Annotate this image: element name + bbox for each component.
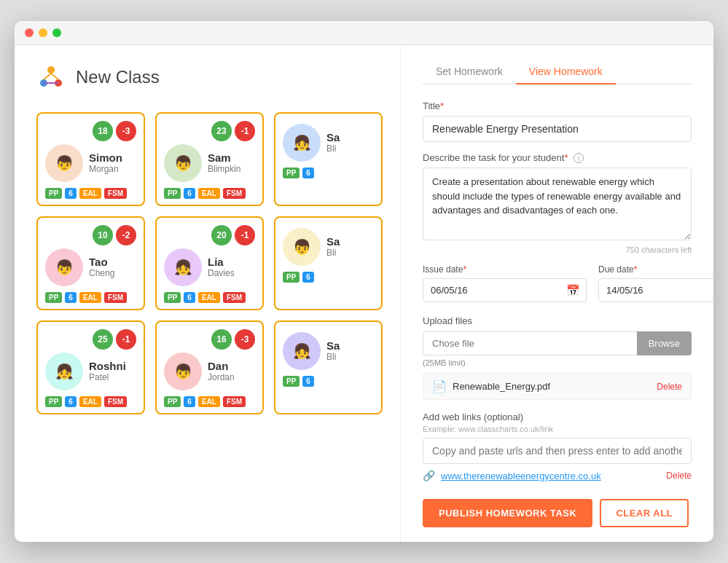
student-tag: EAL — [198, 188, 220, 199]
file-name: Renewable_Energy.pdf — [453, 381, 651, 392]
student-photo: 👧 — [45, 353, 83, 390]
student-tag: PP — [164, 188, 181, 199]
student-tag: 6 — [302, 272, 314, 283]
issue-date-calendar-icon[interactable]: 📅 — [560, 280, 586, 302]
tab-view-homework[interactable]: View Homework — [516, 60, 616, 84]
student-card: 10 -2 👦 Tao Cheng PP6EALFSM — [36, 216, 145, 310]
score-badge: 10 — [93, 225, 113, 245]
issue-date-input[interactable] — [423, 279, 560, 302]
app-window: New Class 18 -3 👦 Simon Morgan — [15, 21, 713, 543]
student-tag: EAL — [198, 396, 220, 407]
score-badge: 20 — [211, 225, 232, 245]
student-firstname: Sa — [326, 131, 340, 143]
student-avatar: 👦 — [164, 353, 202, 390]
student-card: 20 -1 👧 Lia Davies PP6EALFSM — [155, 216, 264, 310]
title-required: * — [440, 101, 444, 111]
students-grid: 18 -3 👦 Simon Morgan PP6EALFSM 23 -1 — [36, 112, 383, 414]
desc-textarea[interactable]: Create a presentation about renewable en… — [423, 168, 692, 240]
maximize-dot[interactable] — [52, 28, 61, 37]
student-tag: PP — [45, 188, 62, 199]
tab-set-homework[interactable]: Set Homework — [423, 60, 516, 84]
student-lastname: Cheng — [89, 268, 114, 278]
score-badge: 23 — [211, 121, 232, 141]
file-input[interactable] — [423, 331, 637, 355]
student-lastname: Davies — [208, 268, 235, 278]
student-card: 25 -1 👧 Roshni Patel PP6EALFSM — [36, 320, 145, 414]
student-info: 👦 Sam Blimpkin — [164, 144, 255, 182]
title-input[interactable] — [423, 116, 692, 142]
score-badge: 16 — [211, 329, 232, 350]
student-card: 23 -1 👦 Sam Blimpkin PP6EALFSM — [155, 112, 264, 206]
student-lastname: Bli — [326, 248, 340, 258]
student-photo: 👦 — [164, 144, 202, 182]
student-firstname: Sa — [326, 235, 340, 248]
student-name-block: Sa Bli — [326, 131, 340, 154]
homework-form: Title* Describe the task for your studen… — [423, 101, 692, 528]
delete-file-link[interactable]: Delete — [657, 382, 682, 392]
titlebar — [15, 21, 713, 45]
student-lastname: Blimpkin — [208, 164, 240, 174]
student-card: 18 -3 👦 Simon Morgan PP6EALFSM — [36, 112, 145, 206]
card-tags: PP6 — [283, 376, 374, 387]
close-dot[interactable] — [25, 28, 34, 37]
upload-limit: (25MB limit) — [423, 358, 692, 367]
student-firstname: Lia — [208, 256, 235, 268]
student-firstname: Tao — [89, 256, 114, 268]
student-avatar: 👦 — [283, 228, 321, 266]
score-badge: 25 — [93, 329, 113, 350]
student-info: 👦 Simon Morgan — [45, 144, 136, 182]
student-photo: 👧 — [283, 124, 321, 162]
student-name-block: Sam Blimpkin — [208, 151, 240, 174]
student-lastname: Patel — [89, 372, 126, 382]
student-name-block: Simon Morgan — [89, 151, 122, 174]
student-tag: PP — [283, 168, 300, 178]
clear-button[interactable]: CLEAR ALL — [600, 499, 689, 527]
student-tag: 6 — [184, 188, 195, 199]
student-name-block: Roshni Patel — [89, 360, 126, 382]
student-avatar: 👧 — [283, 332, 321, 370]
publish-button[interactable]: PUBLISH HOMEWORK TASK — [423, 499, 592, 527]
student-avatar: 👧 — [45, 353, 83, 390]
web-links-input[interactable] — [423, 438, 692, 464]
student-avatar: 👦 — [45, 144, 83, 182]
card-tags: PP6EALFSM — [164, 396, 255, 407]
student-tag: PP — [164, 292, 181, 303]
student-tag: EAL — [79, 188, 101, 199]
delete-link-link[interactable]: Delete — [666, 471, 692, 481]
student-tag: 6 — [302, 168, 314, 178]
student-info: 👧 Sa Bli — [283, 124, 374, 162]
delta-badge: -1 — [235, 225, 255, 245]
student-photo: 👦 — [283, 228, 321, 266]
due-date-input-wrap: 📅 — [598, 278, 713, 302]
main-content: New Class 18 -3 👦 Simon Morgan — [15, 45, 713, 543]
student-tag: FSM — [104, 396, 127, 407]
student-tag: EAL — [79, 396, 101, 407]
card-tags: PP6EALFSM — [164, 188, 255, 199]
due-date-input[interactable] — [599, 279, 713, 302]
minimize-dot[interactable] — [39, 28, 47, 37]
app-logo-icon — [36, 63, 66, 92]
action-buttons: PUBLISH HOMEWORK TASK CLEAR ALL — [423, 499, 692, 527]
delta-badge: -3 — [235, 329, 255, 350]
student-photo: 👦 — [45, 248, 83, 286]
file-row: 📄 Renewable_Energy.pdf Delete — [423, 373, 692, 400]
file-pdf-icon: 📄 — [432, 379, 447, 393]
link-row: 🔗 www.therenewableenergycentre.co.uk Del… — [423, 470, 692, 481]
card-top: 25 -1 — [45, 329, 136, 350]
web-link-url[interactable]: www.therenewableenergycentre.co.uk — [441, 471, 660, 481]
student-tag: 6 — [184, 396, 195, 407]
app-title: New Class — [76, 67, 160, 87]
card-top: 16 -3 — [164, 329, 255, 350]
card-top: 10 -2 — [45, 225, 136, 245]
student-firstname: Roshni — [89, 360, 126, 372]
browse-button[interactable]: Browse — [637, 331, 692, 355]
delta-badge: -1 — [116, 329, 136, 350]
student-name-block: Dan Jordan — [208, 360, 235, 382]
student-tag: 6 — [65, 396, 77, 407]
student-avatar: 👧 — [283, 124, 321, 162]
student-tag: 6 — [302, 376, 314, 387]
student-card: 👦 Sa Bli PP6 — [274, 216, 383, 310]
student-info: 👧 Roshni Patel — [45, 353, 136, 390]
student-photo: 👦 — [164, 353, 202, 390]
student-lastname: Morgan — [89, 164, 122, 174]
